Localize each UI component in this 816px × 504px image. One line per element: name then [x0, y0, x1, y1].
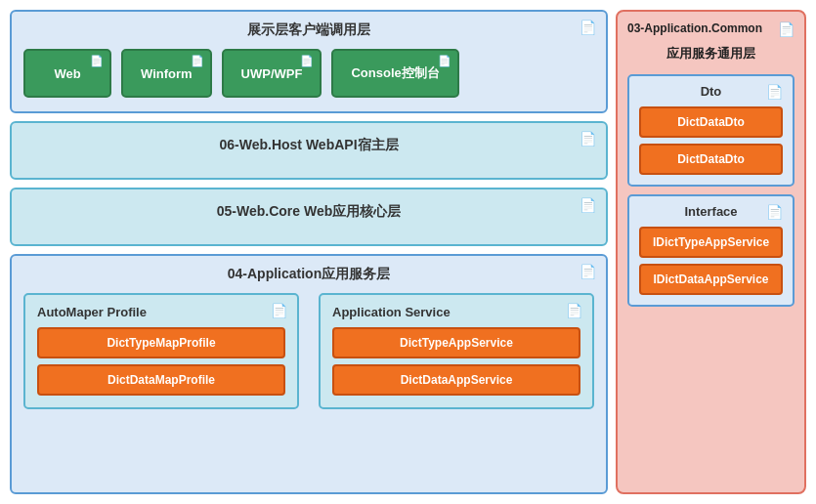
dto-icon: 📄 [766, 84, 783, 100]
right-panel-title-top: 03-Application.Common [627, 21, 762, 35]
uwp-icon: 📄 [300, 55, 314, 67]
app-service-layer: 📄 04-Application应用服务层 📄 AutoMaper Profil… [10, 254, 608, 494]
web-icon: 📄 [90, 55, 104, 67]
interface-title: Interface [639, 204, 783, 219]
dict-data-map-profile-btn[interactable]: DictDataMapProfile [37, 364, 285, 396]
left-panel: 📄 展示层客户端调用层 Web 📄 Winform 📄 UWP/WPF 📄 Co… [10, 10, 608, 494]
web-box: Web 📄 [23, 49, 111, 98]
console-label: Console控制台 [351, 64, 439, 82]
presentation-items: Web 📄 Winform 📄 UWP/WPF 📄 Console控制台 📄 [23, 49, 594, 98]
dict-type-map-profile-btn[interactable]: DictTypeMapProfile [37, 327, 285, 358]
app-service-layer-title: 04-Application应用服务层 [23, 266, 594, 283]
uwp-box: UWP/WPF 📄 [222, 49, 322, 98]
console-icon: 📄 [438, 55, 451, 67]
right-panel-header: 03-Application.Common 📄 [627, 21, 795, 37]
presentation-layer-title: 展示层客户端调用层 [23, 21, 594, 39]
web-core-icon: 📄 [580, 197, 596, 213]
app-service-subbox: 📄 Application Service DictTypeAppService… [319, 293, 594, 409]
api-host-title: 06-Web.Host WebAPI宿主层 [219, 137, 398, 154]
dict-type-app-service-btn[interactable]: DictTypeAppService [332, 327, 580, 358]
winform-label: Winform [141, 66, 193, 81]
app-service-subbox-title: Application Service [332, 305, 580, 319]
automaper-title: AutoMaper Profile [37, 305, 285, 319]
app-service-layer-icon: 📄 [580, 264, 596, 279]
idict-data-app-service-btn[interactable]: IDictDataAppService [639, 264, 783, 295]
console-box: Console控制台 📄 [331, 49, 458, 98]
web-core-layer: 📄 05-Web.Core Web应用核心层 [10, 188, 608, 246]
dict-data-app-service-btn[interactable]: DictDataAppService [332, 364, 580, 396]
dict-data-dto-btn-2[interactable]: DictDataDto [639, 144, 783, 175]
main-container: 📄 展示层客户端调用层 Web 📄 Winform 📄 UWP/WPF 📄 Co… [0, 0, 816, 504]
dict-data-dto-btn-1[interactable]: DictDataDto [639, 106, 783, 138]
right-panel: 03-Application.Common 📄 应用服务通用层 📄 Dto Di… [616, 10, 806, 494]
web-label: Web [54, 66, 80, 81]
right-panel-doc-icon: 📄 [778, 21, 795, 37]
idict-type-app-service-btn[interactable]: IDictTypeAppService [639, 227, 783, 258]
automaper-subbox: 📄 AutoMaper Profile DictTypeMapProfile D… [23, 293, 299, 409]
uwp-label: UWP/WPF [241, 66, 303, 81]
presentation-layer: 📄 展示层客户端调用层 Web 📄 Winform 📄 UWP/WPF 📄 Co… [10, 10, 608, 113]
interface-icon: 📄 [766, 204, 783, 220]
winform-box: Winform 📄 [121, 49, 212, 98]
winform-icon: 📄 [191, 55, 204, 67]
automaper-icon: 📄 [271, 303, 287, 318]
app-service-inner: 📄 AutoMaper Profile DictTypeMapProfile D… [23, 293, 594, 409]
web-core-title: 05-Web.Core Web应用核心层 [217, 203, 402, 221]
right-panel-title-bottom: 应用服务通用层 [627, 45, 795, 63]
dto-title: Dto [639, 84, 783, 99]
interface-subbox: 📄 Interface IDictTypeAppService IDictDat… [627, 194, 795, 307]
presentation-layer-icon: 📄 [580, 20, 596, 35]
api-host-layer: 📄 06-Web.Host WebAPI宿主层 [10, 121, 608, 180]
app-service-subbox-icon: 📄 [566, 303, 582, 318]
api-host-icon: 📄 [580, 131, 596, 147]
dto-subbox: 📄 Dto DictDataDto DictDataDto [627, 74, 795, 187]
